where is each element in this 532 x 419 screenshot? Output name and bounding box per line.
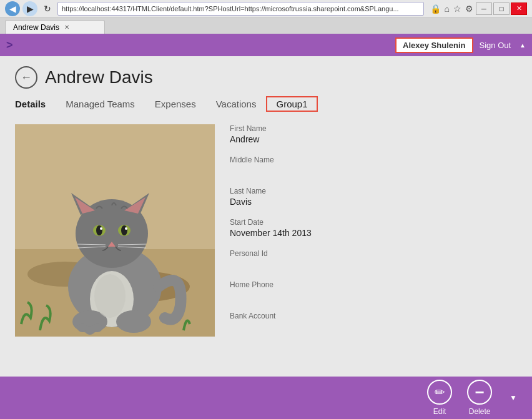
svg-point-16 xyxy=(125,227,127,230)
fields-panel: First Name Andrew Middle Name Last Name … xyxy=(230,124,517,343)
edit-button[interactable]: ✏ Edit xyxy=(427,380,452,416)
maximize-button[interactable]: □ xyxy=(493,2,510,15)
tab-close-button[interactable]: ✕ xyxy=(64,24,69,31)
user-name-button[interactable]: Alexey Shulenin xyxy=(395,37,473,53)
main-content: ← Andrew Davis Details Managed Teams Exp… xyxy=(0,56,532,377)
tab-vacations[interactable]: Vacations xyxy=(206,96,267,112)
bottom-bar: ✏ Edit − Delete ▼ xyxy=(0,377,532,419)
bank-account-value xyxy=(230,322,517,333)
tab-details[interactable]: Details xyxy=(15,96,56,112)
svg-point-14 xyxy=(121,225,127,235)
first-name-value: Andrew xyxy=(230,134,517,145)
first-name-label: First Name xyxy=(230,124,517,133)
tabs-row: Details Managed Teams Expenses Vacations… xyxy=(15,96,517,112)
browser-tab[interactable]: Andrew Davis ✕ xyxy=(5,20,105,34)
last-name-label: Last Name xyxy=(230,187,517,195)
window-chrome: ◀ ▶ ↻ 🔒 ⌂ ☆ ⚙ ─ □ ✕ Andrew Davis ✕ xyxy=(0,0,532,34)
tab-group1[interactable]: Group1 xyxy=(266,96,317,112)
first-name-field: First Name Andrew xyxy=(230,124,517,145)
svg-point-23 xyxy=(116,310,151,333)
titlebar: ◀ ▶ ↻ 🔒 ⌂ ☆ ⚙ ─ □ ✕ xyxy=(0,0,532,17)
svg-point-13 xyxy=(96,225,102,235)
start-date-field: Start Date November 14th 2013 xyxy=(230,218,517,239)
star-icon[interactable]: ☆ xyxy=(453,4,461,14)
home-phone-value xyxy=(230,290,517,302)
app-header: > Alexey Shulenin Sign Out ▲ xyxy=(0,34,532,56)
svg-point-15 xyxy=(100,227,102,230)
delete-button[interactable]: − Delete xyxy=(467,380,492,416)
middle-name-label: Middle Name xyxy=(230,155,517,164)
lock-icon: 🔒 xyxy=(430,4,441,14)
scroll-right-icon: ▲ xyxy=(520,42,526,49)
svg-point-26 xyxy=(92,323,102,332)
home-phone-label: Home Phone xyxy=(230,280,517,289)
tab-managed-teams[interactable]: Managed Teams xyxy=(56,96,145,112)
scroll-down-icon: ▼ xyxy=(510,393,517,402)
edit-icon: ✏ xyxy=(427,380,452,405)
last-name-field: Last Name Davis xyxy=(230,187,517,208)
page-title-row: ← Andrew Davis xyxy=(15,66,517,89)
address-bar[interactable] xyxy=(57,2,424,16)
bank-account-label: Bank Account xyxy=(230,312,517,320)
bank-account-field: Bank Account xyxy=(230,312,517,333)
employee-photo xyxy=(15,124,215,337)
signout-button[interactable]: Sign Out xyxy=(473,37,518,53)
back-button[interactable]: ◀ xyxy=(5,1,20,16)
middle-name-value xyxy=(230,165,517,177)
home-icon[interactable]: ⌂ xyxy=(445,4,450,14)
cat-image xyxy=(15,124,215,337)
header-right: Alexey Shulenin Sign Out ▲ xyxy=(395,37,526,53)
delete-label: Delete xyxy=(469,407,491,416)
app-container: ◀ ▶ ↻ 🔒 ⌂ ☆ ⚙ ─ □ ✕ Andrew Davis ✕ xyxy=(0,0,532,419)
last-name-value: Davis xyxy=(230,197,517,208)
app-logo-icon: > xyxy=(6,39,13,52)
close-button[interactable]: ✕ xyxy=(511,2,527,15)
settings-icon[interactable]: ⚙ xyxy=(465,4,473,14)
middle-name-field: Middle Name xyxy=(230,155,517,177)
tab-expenses[interactable]: Expenses xyxy=(145,96,206,112)
forward-button[interactable]: ▶ xyxy=(22,1,37,16)
minimize-button[interactable]: ─ xyxy=(476,2,492,15)
refresh-button[interactable]: ↻ xyxy=(40,1,55,16)
personal-id-field: Personal Id xyxy=(230,249,517,270)
home-phone-field: Home Phone xyxy=(230,280,517,302)
window-buttons: ─ □ ✕ xyxy=(476,2,527,15)
start-date-label: Start Date xyxy=(230,218,517,227)
start-date-value: November 14th 2013 xyxy=(230,228,517,239)
nav-controls: ◀ ▶ ↻ xyxy=(5,1,55,16)
svg-point-27 xyxy=(94,274,126,318)
page-back-button[interactable]: ← xyxy=(15,66,37,89)
edit-label: Edit xyxy=(433,407,446,416)
tab-title: Andrew Davis xyxy=(13,23,59,32)
content-row: First Name Andrew Middle Name Last Name … xyxy=(15,124,517,343)
personal-id-label: Personal Id xyxy=(230,249,517,258)
delete-icon: − xyxy=(467,380,492,405)
browser-tabbar: Andrew Davis ✕ xyxy=(0,17,532,34)
personal-id-value xyxy=(230,259,517,270)
page-title: Andrew Davis xyxy=(45,67,153,87)
browser-icon-group: 🔒 ⌂ ☆ ⚙ xyxy=(430,4,473,14)
